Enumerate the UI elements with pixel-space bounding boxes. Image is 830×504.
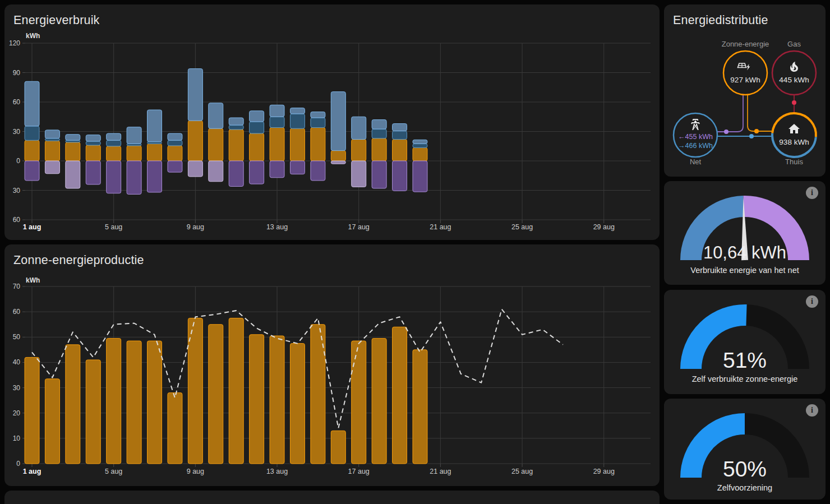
bar-segment-returned-to-grid: [270, 161, 284, 178]
bar-segment-solar_self_consumed: [372, 138, 386, 161]
bar-solar-production: [147, 341, 162, 464]
bar-segment-returned-to-grid: [352, 161, 366, 187]
bar-segment-returned-to-grid: [86, 161, 100, 184]
solar-production-chart[interactable]: 7060504030201001 aug5 aug9 aug13 aug17 a…: [4, 244, 660, 486]
gauge-label: Zelfvoorziening: [664, 483, 826, 492]
bar-segment-solar_self_consumed: [270, 128, 284, 161]
bar-segment-solar_self_consumed: [331, 151, 345, 161]
bar-segment-returned-to-grid: [250, 161, 264, 184]
bar-segment-solar_self_consumed: [393, 140, 407, 161]
bar-segment-returned-to-grid: [331, 161, 345, 164]
grid-return-value: ←455 kWh: [678, 133, 713, 141]
bar-segment-returned-to-grid: [107, 161, 121, 193]
bar-segment-solar_self_consumed: [147, 144, 162, 161]
bar-segment-grid_consumed_offpeak: [311, 112, 325, 118]
x-tick-label: 5 aug: [105, 468, 122, 475]
gauge-value: 10,64 kWh: [703, 243, 786, 262]
x-tick-label: 1 aug: [23, 223, 42, 231]
grid-node-label: Net: [690, 158, 702, 166]
bar-segment-returned-to-grid: [127, 161, 141, 195]
bar-segment-grid_consumed_offpeak: [372, 120, 386, 130]
bar-segment-solar_self_consumed: [86, 145, 100, 161]
flow-dot-grid-to-home: [749, 134, 754, 138]
flow-solar-to-home: [748, 95, 773, 131]
info-icon[interactable]: [806, 187, 818, 199]
solar-node-label: Zonne-energie: [722, 40, 769, 48]
bar-segment-grid_consumed_peak: [290, 114, 305, 128]
bar-segment-grid_consumed_peak: [311, 118, 325, 128]
self-sufficiency-gauge: 50% Zelfvoorziening: [664, 399, 826, 500]
energy-distribution-diagram[interactable]: Zonne-energieGasNetThuis927 kWh445 kWh93…: [664, 4, 826, 177]
self-sufficiency-gauge-card: 50% Zelfvoorziening: [664, 399, 826, 500]
x-tick-label: 25 aug: [511, 223, 533, 231]
bar-segment-grid_consumed_peak: [229, 125, 243, 130]
bar-segment-grid_consumed_peak: [66, 140, 80, 142]
bar-segment-grid_consumed_peak: [250, 122, 264, 133]
bar-segment-solar_self_consumed: [352, 140, 366, 161]
info-icon[interactable]: [806, 404, 818, 417]
bar-segment-returned-to-grid: [290, 161, 305, 174]
bar-segment-grid_consumed_peak: [393, 131, 407, 140]
bar-segment-grid_consumed_offpeak: [393, 124, 407, 131]
bar-segment-solar_self_consumed: [25, 140, 39, 161]
bar-segment-grid_consumed_peak: [45, 138, 59, 141]
energy-distribution-card: Energiedistributie Zonne-energieGasNetTh…: [664, 4, 826, 177]
x-tick-label: 29 aug: [593, 468, 615, 475]
bar-solar-production: [86, 360, 100, 464]
axis-unit-label: kWh: [26, 276, 40, 284]
self-consumed-solar-gauge-card: 51% Zelf verbruikte zonne-energie: [664, 290, 826, 394]
bar-solar-production: [209, 325, 223, 464]
y-tick-label: 70: [13, 283, 21, 290]
y-tick-label: 0: [16, 460, 20, 468]
bar-solar-production: [127, 341, 141, 464]
bar-segment-returned-to-grid: [209, 161, 223, 182]
bar-solar-production: [250, 335, 264, 464]
gas-node-label: Gas: [787, 40, 801, 48]
y-tick-label: 30: [13, 128, 21, 136]
y-tick-label: 60: [13, 98, 21, 106]
bar-solar-production: [352, 341, 366, 464]
bar-solar-production: [188, 318, 202, 464]
bar-segment-solar_self_consumed: [311, 128, 325, 161]
energy-consumption-chart[interactable]: 120906030030601 aug5 aug9 aug13 aug17 au…: [4, 4, 660, 240]
solar-node-circle[interactable]: [723, 51, 767, 95]
gauge-label: Verbruikte energie van het net: [664, 266, 826, 275]
bar-segment-grid_consumed_offpeak: [209, 103, 223, 129]
y-tick-label: 90: [13, 69, 21, 77]
bar-segment-grid_consumed_offpeak: [270, 105, 284, 117]
flow-dot-solar-to-grid: [724, 130, 728, 134]
y-tick-label: 60: [13, 216, 21, 224]
home-node-label: Thuis: [785, 158, 803, 166]
grid-consume-value: →466 kWh: [678, 142, 713, 150]
bar-segment-solar_self_consumed: [290, 128, 305, 161]
bar-solar-production: [393, 327, 407, 464]
x-tick-label: 21 aug: [430, 468, 451, 475]
bar-segment-grid_consumed_offpeak: [290, 108, 305, 114]
y-tick-label: 30: [13, 384, 21, 392]
bar-segment-returned-to-grid: [147, 161, 162, 192]
x-tick-label: 9 aug: [187, 223, 204, 231]
bar-segment-grid_consumed_peak: [413, 144, 427, 147]
x-tick-label: 29 aug: [593, 223, 615, 231]
x-tick-label: 17 aug: [348, 468, 370, 475]
x-tick-label: 13 aug: [266, 468, 288, 475]
bar-segment-grid_consumed_peak: [107, 140, 121, 146]
needle-gauge: 10,64 kWh: [680, 195, 810, 263]
bar-solar-production: [290, 344, 305, 464]
grid-energy-gauge: 10,64 kWh Verbruikte energie van het net: [664, 181, 826, 285]
flow-solar-to-grid: [717, 95, 744, 132]
y-tick-label: 30: [13, 187, 21, 195]
bar-segment-grid_consumed_peak: [25, 126, 39, 140]
bar-segment-grid_consumed_offpeak: [107, 133, 121, 140]
flow-dot-gas-to-home: [792, 100, 796, 105]
gauge-label: Zelf verbruikte zonne-energie: [664, 374, 826, 383]
bar-segment-returned-to-grid: [311, 161, 325, 181]
gas-node-circle[interactable]: [772, 51, 816, 95]
energy-distribution-title: Energiedistributie: [673, 13, 768, 27]
bar-segment-returned-to-grid: [229, 161, 243, 187]
solar-node-value: 927 kWh: [730, 76, 760, 84]
bar-segment-returned-to-grid: [393, 161, 407, 191]
info-icon[interactable]: [806, 295, 818, 308]
bar-segment-grid_consumed_offpeak: [250, 111, 264, 122]
bar-segment-grid_consumed_peak: [147, 142, 162, 144]
